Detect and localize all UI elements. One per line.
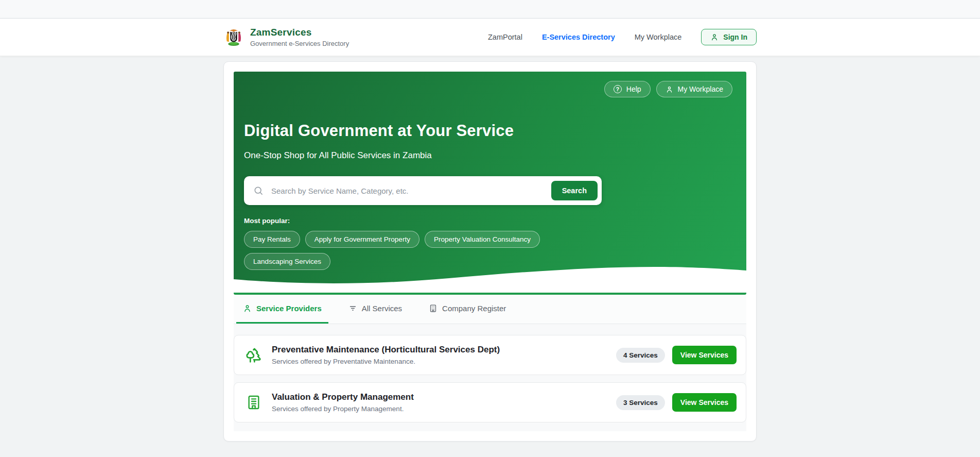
person-icon [666, 86, 673, 93]
provider-actions: 4 Services View Services [616, 346, 737, 364]
search-input[interactable] [270, 186, 551, 196]
tab-label: Company Register [442, 304, 506, 313]
my-workplace-button[interactable]: My Workplace [656, 81, 732, 97]
nav-eservices-directory[interactable]: E-Services Directory [542, 33, 615, 41]
provider-text: Valuation & Property Management Services… [272, 392, 414, 413]
hero-banner: ? Help My Workplace Digital Government a… [234, 72, 746, 295]
tabs: Service Providers All Services Company R… [234, 295, 746, 324]
filter-icon [348, 304, 357, 313]
nav-my-workplace[interactable]: My Workplace [635, 33, 682, 41]
provider-title: Valuation & Property Management [272, 392, 414, 402]
provider-actions: 3 Services View Services [616, 393, 737, 412]
help-label: Help [626, 85, 641, 93]
provider-list: Preventative Maintenance (Horticultural … [234, 324, 746, 431]
brand-title: ZamServices [250, 27, 349, 38]
person-icon [243, 304, 252, 313]
site-header: ZamServices Government e-Services Direct… [0, 19, 980, 56]
search-button[interactable]: Search [551, 181, 598, 200]
help-icon: ? [614, 85, 622, 93]
sign-in-button[interactable]: Sign In [701, 29, 757, 45]
tab-label: Service Providers [256, 304, 322, 313]
provider-description: Services offered by Property Management. [272, 405, 414, 413]
most-popular-label: Most popular: [244, 217, 736, 225]
tab-all-services[interactable]: All Services [342, 295, 409, 324]
top-strip [0, 0, 980, 19]
my-workplace-label: My Workplace [678, 85, 723, 93]
hero-actions: ? Help My Workplace [244, 81, 736, 97]
popular-tag-pay-rentals[interactable]: Pay Rentals [244, 231, 300, 248]
page-main: ? Help My Workplace Digital Government a… [0, 61, 980, 442]
tab-label: All Services [362, 304, 402, 313]
person-icon [710, 33, 719, 41]
popular-tag-apply-government-property[interactable]: Apply for Government Property [305, 231, 419, 248]
provider-title: Preventative Maintenance (Horticultural … [272, 345, 500, 355]
sign-in-label: Sign In [723, 33, 747, 41]
services-count-badge: 4 Services [616, 348, 665, 363]
building-icon [429, 304, 437, 313]
popular-tag-property-valuation[interactable]: Property Valuation Consultancy [425, 231, 540, 248]
hero-title: Digital Government at Your Service [244, 122, 736, 140]
services-count-badge: 3 Services [616, 395, 665, 410]
help-button[interactable]: ? Help [604, 81, 651, 97]
directory-card: ? Help My Workplace Digital Government a… [223, 61, 757, 442]
wave-decoration [234, 264, 746, 293]
provider-card-preventative-maintenance[interactable]: Preventative Maintenance (Horticultural … [234, 335, 746, 375]
nav-zamportal[interactable]: ZamPortal [488, 33, 522, 41]
tab-service-providers[interactable]: Service Providers [236, 295, 328, 324]
provider-card-valuation-property[interactable]: Valuation & Property Management Services… [234, 382, 746, 422]
view-services-button[interactable]: View Services [672, 346, 737, 364]
brand-subtitle: Government e-Services Directory [250, 40, 349, 47]
zambia-coat-of-arms-logo [223, 26, 244, 48]
search-icon [253, 185, 264, 196]
search-bar: Search [244, 176, 602, 205]
building-icon [246, 394, 262, 411]
provider-description: Services offered by Preventative Mainten… [272, 358, 500, 365]
hero-subtitle: One-Stop Shop for All Public Services in… [244, 150, 736, 161]
brand-logo-block[interactable]: ZamServices Government e-Services Direct… [223, 26, 349, 48]
view-services-button[interactable]: View Services [672, 393, 737, 412]
trees-icon [246, 347, 262, 363]
tab-company-register[interactable]: Company Register [422, 295, 513, 324]
provider-text: Preventative Maintenance (Horticultural … [272, 345, 500, 365]
main-nav: ZamPortal E-Services Directory My Workpl… [488, 29, 757, 45]
